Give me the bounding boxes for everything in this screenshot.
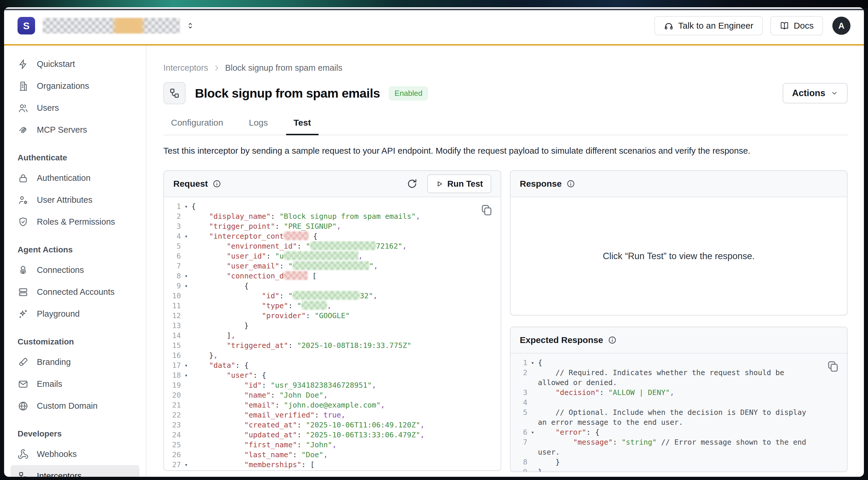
sidebar-item-label: Playground bbox=[37, 309, 80, 319]
code-line: 1▾{ bbox=[166, 201, 501, 212]
fold-gutter bbox=[528, 437, 538, 457]
fold-gutter bbox=[181, 341, 191, 351]
talk-to-engineer-button[interactable]: Talk to an Engineer bbox=[654, 16, 763, 35]
avatar[interactable]: A bbox=[832, 17, 850, 35]
fold-gutter bbox=[528, 457, 538, 467]
redacted-value bbox=[301, 301, 327, 310]
fold-gutter bbox=[528, 388, 538, 397]
play-icon bbox=[435, 180, 443, 188]
sidebar-item-connected-accounts[interactable]: Connected Accounts bbox=[10, 281, 140, 303]
app-header: S Talk to an Engineer Docs A bbox=[4, 7, 864, 44]
code-line: 7 "message": "string" // Error message s… bbox=[512, 437, 847, 457]
sidebar-item-user-attributes[interactable]: User Attributes bbox=[10, 189, 140, 211]
code-line: 1▾{ bbox=[512, 358, 847, 368]
info-icon[interactable] bbox=[566, 180, 575, 188]
sidebar-item-connections[interactable]: Connections bbox=[10, 259, 140, 281]
sidebar-item-organizations[interactable]: Organizations bbox=[10, 75, 140, 97]
fold-arrow-icon[interactable]: ▾ bbox=[181, 271, 191, 281]
code-line: 8▾ "connection_d [ bbox=[166, 271, 501, 281]
sidebar-item-label: Custom Domain bbox=[37, 401, 98, 411]
tab-configuration[interactable]: Configuration bbox=[163, 118, 230, 135]
request-json-editor[interactable]: 1▾{2 "display_name": "Block signup from … bbox=[164, 197, 501, 470]
fold-arrow-icon[interactable]: ▾ bbox=[181, 360, 191, 371]
code-line: 8 } bbox=[512, 457, 847, 467]
fold-arrow-icon[interactable]: ▾ bbox=[528, 427, 538, 437]
code-line: 13 } bbox=[166, 321, 501, 331]
window-top-gradient bbox=[0, 0, 868, 8]
info-icon[interactable] bbox=[608, 336, 617, 345]
code-line: 6▾ "error": { bbox=[512, 427, 847, 437]
sidebar-item-label: Roles & Permissions bbox=[37, 217, 115, 227]
copy-icon[interactable] bbox=[480, 204, 493, 217]
code-line: 5 // Optional. Include when the decision… bbox=[512, 408, 847, 427]
sidebar-item-users[interactable]: Users bbox=[10, 97, 140, 119]
response-body: Click “Run Test” to view the response. bbox=[510, 197, 847, 315]
code-line: 11 "type": ", bbox=[166, 301, 501, 311]
sidebar-item-custom-domain[interactable]: Custom Domain bbox=[10, 395, 140, 417]
stack-icon bbox=[18, 287, 29, 298]
fold-arrow-icon[interactable]: ▾ bbox=[528, 358, 538, 368]
fold-arrow-icon[interactable]: ▾ bbox=[181, 371, 191, 380]
fold-arrow-icon[interactable]: ▾ bbox=[181, 460, 191, 470]
sidebar-item-mcp-servers[interactable]: MCP Servers bbox=[10, 119, 140, 141]
code-line: 10 "id": "32", bbox=[166, 291, 501, 301]
info-icon[interactable] bbox=[213, 180, 221, 188]
sidebar-item-authentication[interactable]: Authentication bbox=[10, 167, 140, 189]
reset-request-button[interactable] bbox=[406, 178, 418, 190]
docs-label: Docs bbox=[794, 21, 814, 31]
tab-logs[interactable]: Logs bbox=[241, 118, 275, 135]
copy-icon[interactable] bbox=[827, 360, 839, 373]
docs-button[interactable]: Docs bbox=[770, 16, 823, 35]
code-line: 20 "name": "John Doe", bbox=[166, 390, 501, 400]
request-panel-header: Request Run Test bbox=[164, 171, 501, 197]
fold-gutter bbox=[181, 400, 191, 410]
code-line: 27▾ "memberships": [ bbox=[166, 460, 501, 470]
sidebar-item-roles-permissions[interactable]: Roles & Permissions bbox=[10, 211, 140, 233]
workspace-logo[interactable]: S bbox=[18, 17, 35, 34]
actions-button[interactable]: Actions bbox=[783, 83, 847, 103]
expected-response-editor[interactable]: 1▾{2 // Required. Indicates whether the … bbox=[510, 353, 847, 472]
code-line: 7 "user_email": "", bbox=[166, 261, 501, 271]
test-description: Test this interceptor by sending a sampl… bbox=[163, 146, 847, 156]
sidebar-item-label: Emails bbox=[37, 379, 62, 389]
breadcrumb-interceptors[interactable]: Interceptors bbox=[163, 63, 208, 73]
fold-gutter bbox=[181, 450, 191, 460]
building-icon bbox=[18, 81, 29, 92]
workspace-switcher-icon[interactable] bbox=[186, 21, 195, 30]
workspace-name-redacted-highlight bbox=[114, 18, 143, 34]
tab-test[interactable]: Test bbox=[286, 118, 318, 135]
run-test-label: Run Test bbox=[447, 179, 483, 189]
fold-arrow-icon[interactable]: ▾ bbox=[181, 281, 191, 291]
shield-check-icon bbox=[18, 217, 29, 228]
sidebar-section-customization: Customization bbox=[18, 337, 140, 347]
sidebar-item-label: Quickstart bbox=[37, 59, 75, 69]
code-line: 3 "decision": "ALLOW | DENY", bbox=[512, 388, 847, 397]
fold-arrow-icon[interactable]: ▾ bbox=[181, 231, 191, 241]
sidebar-item-label: Organizations bbox=[37, 81, 89, 91]
fold-gutter bbox=[181, 251, 191, 261]
code-line: 16 }, bbox=[166, 351, 501, 360]
sidebar-item-label: User Attributes bbox=[37, 195, 92, 205]
sidebar-item-label: Connections bbox=[37, 265, 84, 275]
fold-gutter bbox=[181, 351, 191, 360]
fold-gutter bbox=[528, 368, 538, 388]
run-test-button[interactable]: Run Test bbox=[427, 174, 491, 193]
sidebar-item-webhooks[interactable]: Webhooks bbox=[10, 443, 140, 465]
sparkles-icon bbox=[18, 309, 29, 320]
fold-arrow-icon[interactable]: ▾ bbox=[181, 201, 191, 212]
code-line: 3 "trigger_point": "PRE_SIGNUP", bbox=[166, 221, 501, 231]
code-line: 12 "provider": "GOOGLE" bbox=[166, 311, 501, 321]
redacted-value bbox=[292, 261, 369, 270]
workspace-name-redacted[interactable] bbox=[43, 18, 180, 34]
redacted-value bbox=[284, 271, 308, 280]
breadcrumb-current: Block signup from spam emails bbox=[225, 63, 342, 73]
redacted-value bbox=[292, 291, 360, 300]
sidebar-item-quickstart[interactable]: Quickstart bbox=[10, 53, 140, 75]
sidebar-item-emails[interactable]: Emails bbox=[10, 373, 140, 395]
sidebar-item-playground[interactable]: Playground bbox=[10, 303, 140, 325]
sidebar-item-interceptors[interactable]: Interceptors bbox=[10, 465, 140, 477]
cubes-icon bbox=[18, 265, 29, 276]
fold-gutter bbox=[181, 311, 191, 321]
sidebar-item-branding[interactable]: Branding bbox=[10, 351, 140, 373]
zap-icon bbox=[18, 59, 29, 70]
